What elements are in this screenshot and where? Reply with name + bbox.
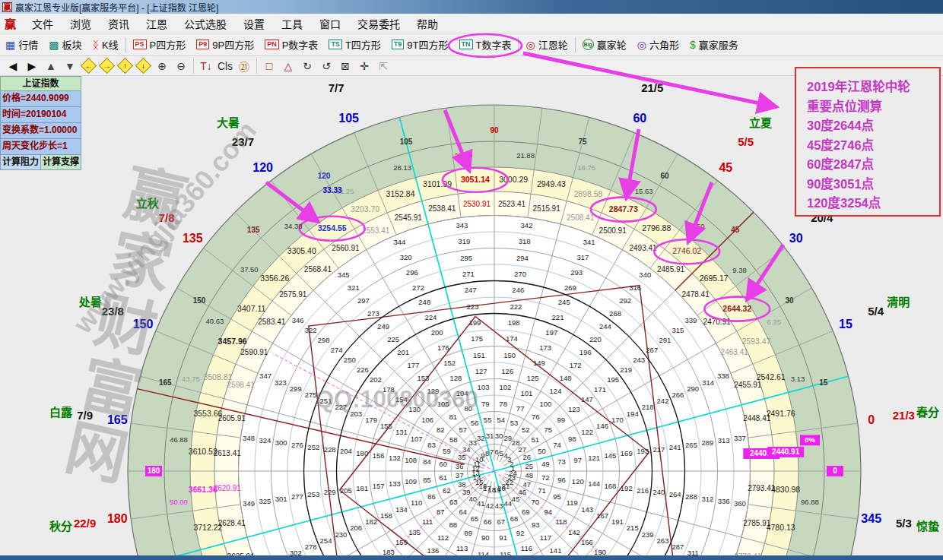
quotes-button[interactable]: ▦行情 (0, 36, 43, 54)
nav-down-button[interactable]: ▼ (62, 60, 78, 72)
svg-text:296: 296 (406, 268, 418, 277)
svg-text:2590.91: 2590.91 (240, 348, 268, 356)
hexagon-button[interactable]: ◎六角形 (632, 36, 684, 54)
triangle-tool-button[interactable]: △ (280, 60, 297, 72)
rect-tool-button[interactable]: □ (261, 60, 278, 72)
kline-button[interactable]: ᛝK线 (87, 36, 124, 54)
svg-text:惊蛰: 惊蛰 (916, 520, 939, 533)
gann-wheel-button[interactable]: ◎江恩轮 (520, 36, 573, 54)
svg-text:33.33: 33.33 (322, 186, 341, 195)
svg-text:241: 241 (669, 443, 681, 451)
zoom-in-button[interactable]: ⊕ (154, 60, 170, 72)
pointer-button[interactable]: ⇱ (375, 60, 392, 72)
pan-down-button[interactable]: ↓ (135, 58, 151, 74)
ps-badge-icon: PS (133, 40, 147, 49)
svg-text:80: 80 (465, 404, 473, 413)
menu-item-9[interactable]: 帮助 (408, 16, 446, 31)
delete-box-button[interactable]: ⊠ (337, 60, 354, 72)
pan-left-button[interactable]: ← (81, 58, 97, 74)
annotation-note-box: 2019年江恩轮中轮重要点位测算30度2644点45度2746点60度2847点… (795, 67, 941, 217)
toolbar-label: 9P四方形 (212, 37, 254, 52)
p-table-button[interactable]: PNP数字表 (259, 36, 323, 54)
svg-text:37: 37 (456, 471, 464, 479)
menu-item-7[interactable]: 窗口 (311, 16, 349, 31)
menu-item-3[interactable]: 江恩 (138, 16, 176, 31)
nav-right-button[interactable]: ▶ (24, 60, 40, 72)
service-button[interactable]: $赢家服务 (684, 36, 744, 54)
svg-text:24: 24 (509, 469, 517, 477)
rotate-ccw-button[interactable]: ↺ (318, 60, 335, 72)
arrow-glyph-icon: ← (85, 62, 93, 70)
svg-text:290: 290 (687, 384, 699, 393)
svg-text:2485.91: 2485.91 (657, 265, 685, 274)
target-icon: ◎ (525, 40, 535, 50)
tn-badge-icon: TN (459, 40, 473, 49)
svg-text:60: 60 (633, 112, 646, 125)
svg-text:274: 274 (331, 346, 343, 354)
menu-item-0[interactable]: 文件 (24, 16, 62, 31)
svg-text:89: 89 (465, 529, 473, 537)
center-button[interactable]: ✛ (356, 60, 373, 72)
svg-text:278: 278 (305, 543, 317, 551)
menu-item-6[interactable]: 工具 (273, 16, 311, 31)
svg-text:321: 321 (348, 283, 360, 292)
p-square-button[interactable]: PSP四方形 (128, 36, 192, 54)
pan-up-button[interactable]: ↑ (117, 58, 133, 74)
svg-text:288: 288 (685, 492, 697, 501)
sectors-button[interactable]: ▩板块 (43, 36, 87, 54)
svg-text:清明: 清明 (887, 296, 910, 308)
svg-text:201: 201 (397, 348, 409, 356)
menu-item-2[interactable]: 资讯 (100, 16, 138, 31)
arrow-glyph-icon: → (103, 62, 111, 70)
9p-square-button[interactable]: P99P四方形 (191, 36, 259, 54)
winner-wheel-button[interactable]: Big赢家轮 (577, 36, 632, 54)
svg-text:198: 198 (508, 318, 520, 327)
pan-right-button[interactable]: → (99, 58, 115, 74)
svg-text:21/3: 21/3 (893, 409, 915, 422)
menu-item-5[interactable]: 设置 (235, 16, 273, 31)
svg-text:315: 315 (672, 326, 684, 334)
svg-text:314: 314 (702, 378, 714, 387)
t-table-button[interactable]: TNT数字表 (454, 36, 517, 54)
svg-text:15: 15 (819, 378, 828, 387)
svg-text:春分: 春分 (916, 406, 939, 419)
svg-text:217: 217 (652, 445, 665, 454)
rotate-cw-button[interactable]: ↻ (299, 60, 316, 72)
zoom-out-button[interactable]: ⊖ (173, 60, 189, 72)
9t-square-button[interactable]: T99T四方形 (386, 36, 454, 54)
svg-text:132: 132 (389, 454, 401, 462)
svg-text:40.63: 40.63 (205, 317, 224, 325)
svg-text:273: 273 (367, 309, 379, 318)
svg-text:336: 336 (718, 497, 730, 505)
nav-up-button[interactable]: ▲ (43, 60, 59, 72)
svg-text:168: 168 (605, 482, 617, 490)
cls-button[interactable]: Cls (217, 60, 233, 72)
svg-text:222: 222 (510, 302, 522, 311)
svg-text:266: 266 (672, 391, 684, 399)
t-square-button[interactable]: TST四方形 (323, 36, 386, 54)
svg-text:191: 191 (611, 517, 624, 526)
svg-text:立秋: 立秋 (136, 197, 160, 210)
svg-text:348: 348 (243, 434, 255, 442)
menu-item-1[interactable]: 浏览 (62, 16, 100, 31)
svg-text:2542.61: 2542.61 (757, 372, 786, 381)
svg-text:2515.91: 2515.91 (533, 204, 561, 213)
calc-support-button[interactable]: 计算支撑 (41, 155, 81, 170)
calendar-button[interactable]: ㉑ (236, 59, 252, 74)
nav-left-button[interactable]: ◀ (5, 60, 21, 72)
svg-text:112: 112 (437, 533, 449, 542)
svg-text:102: 102 (500, 383, 512, 391)
svg-text:165: 165 (107, 413, 128, 426)
svg-text:45: 45 (731, 226, 740, 234)
svg-text:152: 152 (443, 359, 456, 367)
scale-button[interactable]: T↓ (198, 60, 214, 72)
svg-text:63: 63 (449, 498, 458, 506)
blocks-icon: ▩ (49, 40, 59, 50)
menu-item-8[interactable]: 交易委托 (349, 16, 408, 31)
menubar: 赢 文件浏览资讯江恩公式选股设置工具窗口交易委托帮助 (0, 14, 943, 33)
menu-item-4[interactable]: 公式选股 (176, 16, 235, 31)
svg-text:2500.91: 2500.91 (599, 226, 627, 235)
svg-text:289: 289 (701, 438, 713, 447)
calc-resistance-button[interactable]: 计算阻力 (0, 155, 41, 170)
svg-text:226: 226 (357, 365, 369, 374)
